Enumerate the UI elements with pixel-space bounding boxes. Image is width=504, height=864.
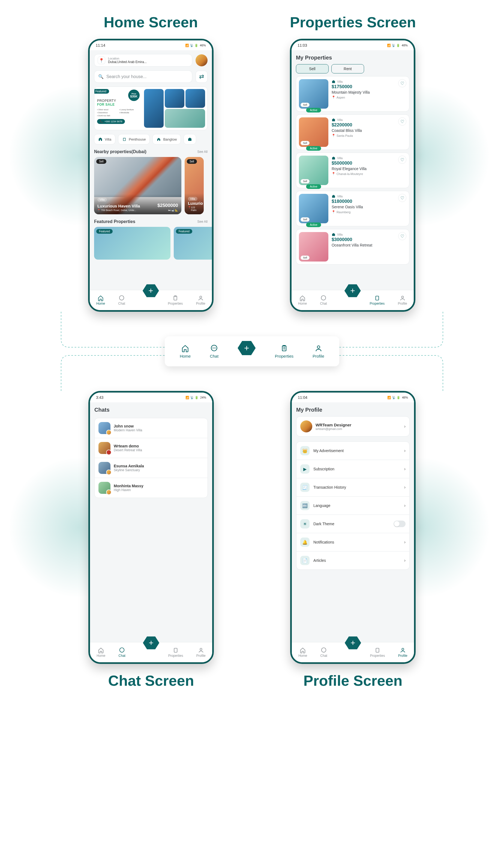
dock-home[interactable]: Home — [180, 345, 190, 358]
language-icon: 🔤 — [300, 501, 309, 510]
page-title: Chats — [94, 403, 208, 416]
center-dock: Home Chat + Properties Profile — [165, 336, 339, 367]
nav-profile[interactable]: Profile — [196, 295, 205, 305]
svg-point-2 — [200, 296, 201, 298]
nav-home[interactable]: Home — [298, 295, 307, 305]
bottom-nav: + Home Chat Properties Profile — [292, 290, 414, 310]
svg-point-5 — [402, 296, 403, 298]
chip-more[interactable] — [184, 134, 196, 144]
nav-chat[interactable]: Chat — [118, 295, 125, 305]
nav-home[interactable]: Home — [97, 647, 105, 658]
filter-button[interactable]: ⇄ — [196, 71, 208, 83]
banner-features: • Oliver wood• Duluxinbox• Donti noo far… — [97, 108, 140, 117]
property-item[interactable]: SellActiveVilla$2200000Coastal Bliss Vil… — [296, 115, 409, 150]
see-all-link[interactable]: See All — [197, 220, 208, 224]
bottom-nav: + Home Chat Properties Profile — [90, 290, 212, 310]
nav-home[interactable]: Home — [298, 647, 307, 658]
chat-item[interactable]: Esunsa AenikalaSkyline Sanctuary — [95, 458, 208, 478]
nav-chat[interactable]: Chat — [320, 295, 327, 305]
nav-profile[interactable]: Profile — [196, 647, 206, 658]
statusbar: 11:04📶 📡 🔋 48% — [292, 393, 414, 403]
property-item[interactable]: SellActiveVilla$1800000Serene Oasis Vill… — [296, 191, 409, 226]
receipt-icon: 🧾 — [300, 483, 309, 492]
svg-point-15 — [321, 648, 326, 652]
menu-darktheme[interactable]: ☀Dark Theme — [296, 515, 409, 533]
avatar — [300, 420, 312, 432]
nearby-card-2[interactable]: Sell VillaLuxurio📍123 Palm — [185, 157, 204, 214]
nav-properties[interactable]: Properties — [370, 647, 385, 658]
svg-point-3 — [321, 295, 326, 300]
property-item[interactable]: SellActiveVilla$1750000Mountain Majesty … — [296, 76, 409, 112]
dock-fab[interactable]: + — [237, 340, 256, 356]
nav-chat[interactable]: Chat — [119, 647, 125, 658]
price-bubble: Price$35K — [128, 89, 140, 101]
menu-advertisement[interactable]: 👑My Advertisement› — [296, 442, 409, 460]
property-item[interactable]: SellActiveVilla$5000000Royal Elegance Vi… — [296, 153, 409, 188]
promo-banner[interactable]: Featured Price$35K PROPERTYFOR SALE • Ol… — [94, 86, 208, 130]
bottom-nav: + Home Chat Properties Profile — [90, 642, 212, 662]
chip-penthouse[interactable]: Penthouse — [118, 134, 150, 144]
avatar[interactable] — [196, 54, 208, 66]
dark-toggle[interactable] — [394, 520, 406, 527]
nearby-card[interactable]: Sell Villa Luxurious Haven Villa$2500000… — [94, 157, 181, 214]
chat-item[interactable]: John snowModern Haven Villa — [95, 418, 208, 438]
phone-chip: 📞 +000 1234 5678 — [97, 119, 125, 124]
svg-point-0 — [120, 295, 124, 300]
svg-point-7 — [213, 348, 213, 348]
see-all-link[interactable]: See All — [197, 150, 208, 154]
article-icon: 📄 — [300, 556, 309, 565]
nearby-title: Nearby properties(Dubai) — [94, 149, 146, 154]
menu-transactions[interactable]: 🧾Transaction History› — [296, 478, 409, 496]
seg-sell[interactable]: Sell — [296, 64, 329, 73]
heart-icon[interactable]: ♡ — [398, 156, 406, 164]
svg-point-11 — [317, 346, 320, 348]
label-properties: Properties Screen — [290, 14, 416, 31]
nav-profile[interactable]: Profile — [398, 295, 407, 305]
menu-language[interactable]: 🔤Language› — [296, 496, 409, 515]
crown-icon: 👑 — [300, 446, 309, 455]
statusbar: 11:03📶 📡 🔋 48% — [292, 40, 414, 50]
bell-icon: 🔔 — [300, 538, 309, 547]
featured-card[interactable]: Featured — [94, 227, 170, 260]
nav-properties[interactable]: Properties — [168, 647, 183, 658]
location-chip[interactable]: 📍 LocationDubai,United Arab Emira... — [94, 54, 192, 67]
phone-chat: 3:43📶 📡 🔋 24% Chats John snowModern Have… — [88, 391, 214, 664]
dock-chat[interactable]: Chat — [210, 345, 219, 358]
nav-properties[interactable]: Properties — [168, 295, 183, 305]
svg-rect-4 — [376, 296, 379, 300]
dock-properties[interactable]: Properties — [275, 345, 293, 358]
heart-icon[interactable]: ♡ — [398, 232, 406, 240]
svg-rect-1 — [174, 296, 177, 300]
chip-banglow[interactable]: Banglow — [152, 134, 181, 144]
chat-item[interactable]: Monhinta MassyHigh Haven — [95, 478, 208, 497]
heart-icon[interactable]: ♡ — [398, 117, 406, 125]
sun-icon: ☀ — [300, 519, 309, 528]
heart-icon[interactable]: ♡ — [398, 79, 406, 87]
profile-card[interactable]: WRTeam Designerwrteam@gmail.com › — [296, 416, 410, 436]
label-profile: Profile Screen — [290, 672, 416, 689]
nav-chat[interactable]: Chat — [320, 647, 327, 658]
svg-rect-16 — [376, 648, 379, 652]
sell-tag: Sell — [96, 159, 106, 164]
svg-point-8 — [214, 348, 214, 348]
pin-icon: 📍 — [98, 57, 105, 64]
page-title: My Properties — [296, 50, 409, 64]
seg-rent[interactable]: Rent — [331, 64, 364, 73]
nav-properties[interactable]: Properties — [370, 295, 385, 305]
nav-home[interactable]: Home — [96, 295, 105, 305]
menu-subscription[interactable]: ▶Subscription› — [296, 460, 409, 478]
phone-home: 11:14 📶 📡 🔋 46% 📍 LocationDubai,United A… — [88, 39, 213, 312]
chat-item[interactable]: Wrteam demoDesert Retreat Villa — [95, 438, 208, 458]
bottom-nav: + Home Chat Properties Profile — [292, 642, 414, 662]
property-item[interactable]: SellVilla$3000000Oceanfront Villa Retrea… — [296, 229, 409, 265]
svg-point-17 — [402, 648, 404, 650]
chip-villa[interactable]: Villa — [94, 134, 115, 144]
menu-articles[interactable]: 📄Articles› — [296, 551, 409, 569]
menu-notifications[interactable]: 🔔Notifications› — [296, 533, 409, 551]
heart-icon[interactable]: ♡ — [398, 194, 406, 202]
nav-profile[interactable]: Profile — [398, 647, 407, 658]
search-icon: 🔍 — [98, 74, 103, 79]
dock-profile[interactable]: Profile — [312, 345, 324, 358]
featured-card[interactable]: Featured — [174, 227, 212, 260]
search-input[interactable]: 🔍 Search your house... — [94, 70, 192, 83]
